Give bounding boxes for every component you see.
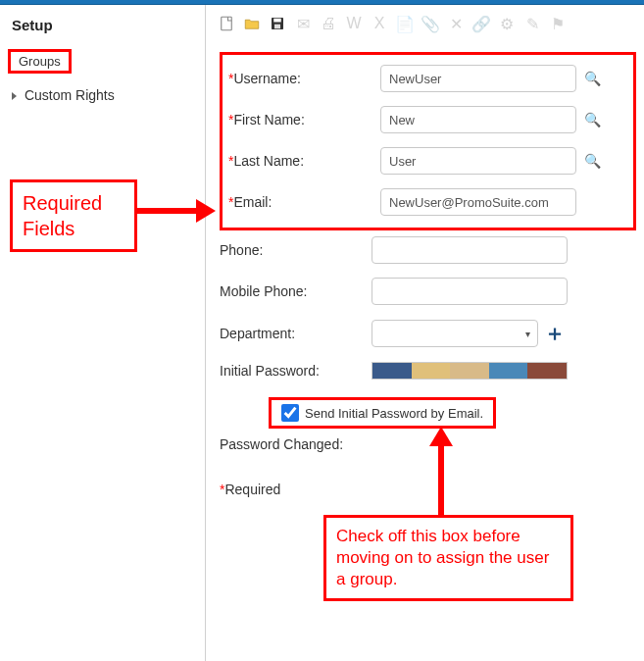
password-strength-bar bbox=[372, 362, 568, 380]
print-icon: 🖨 bbox=[318, 13, 339, 34]
sidebar: Setup Groups Custom Rights bbox=[0, 5, 206, 661]
lastname-input[interactable] bbox=[380, 147, 576, 175]
svg-rect-2 bbox=[273, 19, 281, 23]
send-password-row[interactable]: Send Initial Password by Email. bbox=[269, 397, 496, 429]
excel-icon: X bbox=[369, 13, 390, 34]
firstname-label: *First Name: bbox=[228, 112, 380, 127]
content-panel: ✉ 🖨 W X 📄 📎 ✕ 🔗 ⚙ ✎ ⚑ *Username: 🔍 *Firs… bbox=[206, 5, 644, 661]
save-icon[interactable] bbox=[267, 13, 288, 34]
mail-icon: ✉ bbox=[292, 13, 314, 34]
attach-icon: 📎 bbox=[420, 13, 441, 34]
department-select[interactable] bbox=[372, 320, 538, 347]
mobile-phone-input[interactable] bbox=[372, 278, 568, 305]
email-input[interactable] bbox=[380, 188, 576, 216]
word-icon: W bbox=[343, 13, 365, 34]
username-input[interactable] bbox=[380, 65, 576, 92]
new-icon[interactable] bbox=[216, 13, 237, 34]
sidebar-item-label: Groups bbox=[19, 54, 61, 69]
expand-icon bbox=[12, 92, 17, 100]
add-department-icon[interactable]: ＋ bbox=[544, 319, 566, 348]
username-label: *Username: bbox=[228, 71, 380, 86]
send-password-checkbox[interactable] bbox=[281, 404, 299, 422]
sidebar-item-custom-rights[interactable]: Custom Rights bbox=[8, 83, 197, 107]
lastname-label: *Last Name: bbox=[228, 153, 380, 169]
search-icon[interactable]: 🔍 bbox=[582, 71, 602, 86]
firstname-input[interactable] bbox=[380, 106, 576, 133]
annotation-required-fields: Required Fields bbox=[10, 179, 137, 252]
link-icon: 🔗 bbox=[471, 13, 492, 34]
svg-rect-0 bbox=[222, 17, 232, 30]
annotation-checkbox-note: Check off this box before moving on to a… bbox=[323, 515, 573, 601]
delete-icon: ✕ bbox=[445, 13, 467, 34]
annotation-arrow-right bbox=[137, 196, 216, 229]
sidebar-item-groups[interactable]: Groups bbox=[8, 49, 72, 74]
mobile-phone-label: Mobile Phone: bbox=[220, 283, 372, 299]
email-label: *Email: bbox=[228, 194, 380, 210]
svg-marker-6 bbox=[429, 427, 453, 446]
department-label: Department: bbox=[220, 326, 372, 341]
svg-rect-3 bbox=[274, 25, 280, 29]
search-icon[interactable]: 🔍 bbox=[582, 153, 602, 169]
sidebar-item-label: Custom Rights bbox=[25, 87, 115, 103]
settings-icon: ⚙ bbox=[496, 13, 518, 34]
password-changed-label: Password Changed: bbox=[220, 436, 386, 452]
phone-label: Phone: bbox=[220, 242, 372, 258]
toolbar: ✉ 🖨 W X 📄 📎 ✕ 🔗 ⚙ ✎ ⚑ bbox=[216, 11, 640, 44]
initial-password-label: Initial Password: bbox=[220, 363, 372, 379]
open-icon[interactable] bbox=[241, 13, 263, 34]
main-layout: Setup Groups Custom Rights ✉ 🖨 W X 📄 bbox=[0, 5, 644, 661]
annotation-arrow-up bbox=[426, 427, 456, 523]
pdf-icon: 📄 bbox=[394, 13, 416, 34]
search-icon[interactable]: 🔍 bbox=[582, 112, 602, 127]
required-fields-group: *Username: 🔍 *First Name: 🔍 *Last Name: … bbox=[220, 52, 636, 230]
edit-icon: ✎ bbox=[521, 13, 543, 34]
svg-marker-5 bbox=[196, 199, 216, 223]
send-password-label: Send Initial Password by Email. bbox=[305, 406, 483, 421]
phone-input[interactable] bbox=[372, 236, 568, 264]
sidebar-title: Setup bbox=[8, 15, 197, 35]
flag-icon: ⚑ bbox=[547, 13, 569, 34]
